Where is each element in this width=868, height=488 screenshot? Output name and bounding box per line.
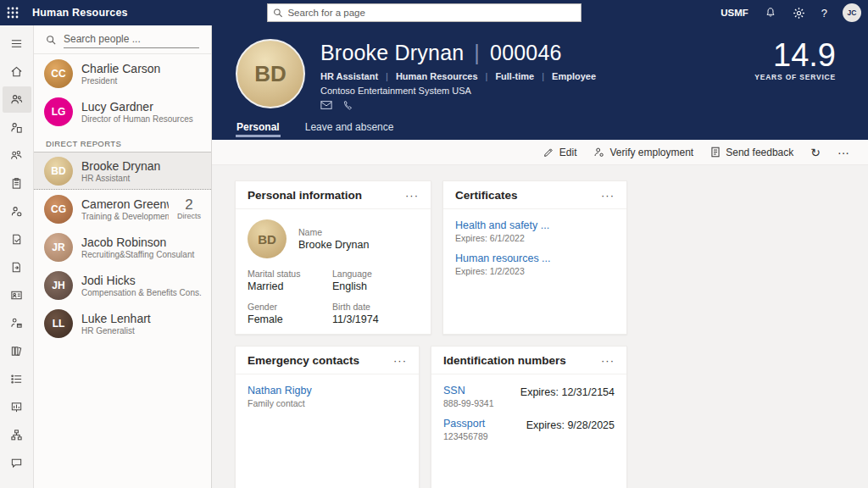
nav-people-icon[interactable] [3, 86, 31, 113]
person-row-jodi-hicks[interactable]: JH Jodi Hicks Compensation & Benefits Co… [34, 266, 211, 304]
nav-feedback-chat-icon[interactable] [3, 450, 31, 476]
card-title: Identification numbers [443, 354, 566, 367]
nav-clipboard-icon[interactable] [3, 170, 31, 197]
people-list-scrollbar[interactable] [208, 142, 210, 203]
person-row-lucy-gardner[interactable]: LG Lucy Gardner Director of Human Resour… [34, 92, 211, 130]
nav-document-send-icon[interactable] [3, 226, 31, 252]
field-value: 11/3/1974 [332, 313, 419, 325]
person-row-charlie-carson[interactable]: CC Charlie Carson President [34, 54, 211, 92]
app-launcher-waffle-icon[interactable] [0, 0, 25, 25]
nav-person-settings-icon[interactable] [3, 198, 31, 225]
tab-personal[interactable]: Personal [224, 116, 292, 140]
certificate-expiry: Expires: 6/1/2022 [455, 233, 615, 243]
employee-info: Brooke Drynan | 000046 HR Assistant | Hu… [320, 41, 596, 111]
directs-label: Directs [177, 212, 201, 220]
pencil-icon [543, 147, 554, 158]
person-title: Training & Development Co [81, 212, 169, 221]
certificate-link[interactable]: Health and safety ... [455, 219, 615, 231]
people-search-input[interactable] [64, 31, 199, 48]
user-avatar[interactable]: JC [843, 3, 861, 22]
person-row-luke-lenhart[interactable]: LL Luke Lenhart HR Generalist [34, 304, 211, 342]
years-of-service-metric: 14.9 YEARS OF SERVICE [754, 37, 836, 81]
edit-button[interactable]: Edit [543, 147, 577, 158]
person-text: Luke Lenhart HR Generalist [81, 312, 204, 336]
nav-document-forward-icon[interactable] [3, 254, 31, 280]
person-name: Jodi Hicks [81, 274, 204, 287]
nav-binders-icon[interactable] [3, 338, 31, 364]
card-more-button[interactable]: ··· [405, 192, 419, 199]
person-name: Lucy Gardner [81, 100, 204, 114]
people-panel: CC Charlie Carson President LG Lucy Gard… [34, 25, 212, 488]
contact-link[interactable]: Nathan Rigby [248, 385, 407, 396]
card-header: Emergency contacts ··· [236, 347, 419, 374]
card-more-button[interactable]: ··· [601, 192, 615, 199]
directs-count-badge: 2 Directs [177, 198, 201, 220]
nav-person-document-icon[interactable] [3, 114, 31, 141]
send-feedback-button[interactable]: Send feedback [710, 147, 793, 158]
company-picker[interactable]: USMF [721, 8, 748, 18]
certificate-item: Health and safety ... Expires: 6/1/2022 [455, 219, 615, 243]
settings-gear-icon[interactable] [793, 6, 806, 19]
hamburger-menu-icon[interactable] [3, 30, 31, 57]
search-icon [46, 35, 56, 45]
person-name: Luke Lenhart [81, 312, 204, 325]
person-name: Jacob Robinson [81, 236, 204, 249]
person-row-brooke-drynan-selected[interactable]: BD Brooke Drynan HR Assistant [34, 152, 211, 190]
department: Human Resources [396, 71, 478, 81]
avatar: CC [44, 59, 73, 88]
page-search-input[interactable] [287, 8, 576, 18]
tab-leave-and-absence[interactable]: Leave and absence [292, 116, 407, 140]
phone-icon[interactable] [342, 100, 353, 111]
refresh-icon[interactable]: ↻ [810, 147, 821, 158]
card-more-button[interactable]: ··· [601, 358, 615, 364]
id-number: 888-99-9341 [443, 398, 494, 408]
top-app-bar: Human Resources USMF ? JC [0, 0, 868, 25]
email-icon[interactable] [320, 100, 332, 110]
id-type-link[interactable]: Passport [443, 418, 488, 430]
nav-person-cart-icon[interactable] [3, 310, 31, 336]
field-marital-status: Marital status Married [248, 269, 332, 292]
employee-company: Contoso Entertainment System USA [320, 86, 596, 96]
nav-list-icon[interactable] [3, 366, 31, 392]
person-title: Director of Human Resources [81, 114, 204, 124]
home-icon[interactable] [3, 58, 31, 85]
card-more-button[interactable]: ··· [393, 358, 407, 364]
avatar: LG [44, 97, 73, 126]
field-language: Language English [332, 269, 419, 292]
id-number: 123456789 [443, 431, 488, 441]
id-left: Passport 123456789 [443, 418, 488, 441]
more-commands-button[interactable]: ··· [837, 147, 849, 158]
nav-id-card-icon[interactable] [3, 282, 31, 308]
id-expiry: Expires: 12/31/2154 [520, 386, 615, 408]
avatar: CG [44, 195, 73, 224]
card-header: Certificates ··· [443, 181, 626, 209]
certificate-expiry: Expires: 1/2/2023 [455, 266, 615, 276]
certificate-link[interactable]: Human resources ... [455, 252, 615, 264]
send-feedback-label: Send feedback [726, 147, 793, 158]
name-value: Brooke Drynan [298, 239, 369, 251]
person-row-cameron-greenwalt[interactable]: CG Cameron Greenw... Training & Developm… [34, 190, 211, 228]
card-body: Nathan Rigby Family contact [236, 374, 419, 428]
field-label: Birth date [332, 302, 419, 312]
employee-photo-avatar: BD [236, 39, 305, 108]
person-row-jacob-robinson[interactable]: JR Jacob Robinson Recruiting&Staffing Co… [34, 228, 211, 266]
help-icon[interactable]: ? [821, 7, 827, 19]
nav-chart-board-icon[interactable] [3, 394, 31, 420]
page-search-box[interactable] [267, 3, 581, 22]
nav-org-hierarchy-icon[interactable] [3, 422, 31, 448]
card-body: SSN 888-99-9341 Expires: 12/31/2154 Pass… [431, 374, 626, 461]
card-header: Personal information ··· [236, 181, 431, 209]
name-label: Name [298, 227, 369, 237]
person-name: Cameron Greenw... [81, 197, 169, 211]
id-type-link[interactable]: SSN [443, 385, 494, 396]
verify-employment-label: Verify employment [609, 147, 693, 158]
people-search-box[interactable] [34, 25, 211, 54]
main-content: BD Brooke Drynan | 000046 HR Assistant |… [212, 25, 868, 488]
verify-employment-button[interactable]: Verify employment [593, 147, 693, 158]
card-body: Health and safety ... Expires: 6/1/2022 … [443, 209, 626, 296]
identification-item-ssn: SSN 888-99-9341 Expires: 12/31/2154 [443, 385, 615, 408]
nav-team-icon[interactable] [3, 142, 31, 169]
card-header: Identification numbers ··· [431, 347, 626, 374]
notifications-bell-icon[interactable] [764, 6, 777, 19]
person-title: Compensation & Benefits Cons. [81, 288, 204, 297]
